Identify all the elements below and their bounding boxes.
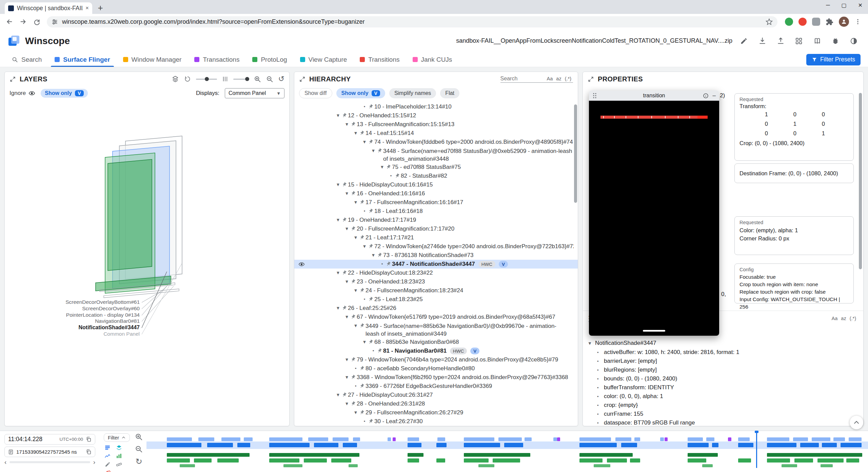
attachment-icon[interactable]: [105, 470, 111, 472]
pin-button[interactable]: [359, 131, 364, 137]
timeline-filter-toggle[interactable]: Filter: [104, 433, 130, 442]
property-row[interactable]: •bounds: (0, 0) - (1080, 2400): [583, 374, 863, 383]
expand-arrow-icon[interactable]: ▼: [370, 251, 377, 260]
human-time-box[interactable]: 11:04:14.228 UTC+00:00: [4, 434, 95, 445]
expand-arrow-icon[interactable]: ▼: [334, 180, 342, 189]
refresh-icon[interactable]: [31, 16, 43, 28]
tab-surface-flinger[interactable]: Surface Flinger: [48, 52, 116, 67]
show-only-v-button[interactable]: Show onlyV: [336, 88, 385, 98]
hierarchy-node[interactable]: ▼20 - FullscreenMagnification:17:17#20: [294, 224, 578, 233]
pin-button[interactable]: [351, 122, 356, 129]
timeline-cursor[interactable]: [756, 431, 757, 468]
zoom-in-icon[interactable]: [254, 76, 261, 83]
close-icon[interactable]: ✕: [858, 2, 863, 8]
hierarchy-node[interactable]: ▼12 - OneHanded:15:15#12: [294, 111, 578, 120]
tab-window-manager[interactable]: Window Manager: [117, 52, 188, 67]
extensions-puzzle-icon[interactable]: [826, 18, 833, 26]
hierarchy-node[interactable]: •3447 - NotificationShade#3447HWCV: [294, 260, 578, 269]
cross-tool-sync-icon[interactable]: [792, 34, 806, 48]
property-row[interactable]: •bufferTransform: IDENTITY: [583, 383, 863, 392]
new-tab-button[interactable]: +: [95, 2, 106, 13]
hierarchy-node[interactable]: ▼17 - FullscreenMagnification:16:16#17: [294, 198, 578, 207]
regex-icon[interactable]: (.*): [848, 316, 858, 321]
hierarchy-node[interactable]: ▼74 - WindowToken{fdddbe6 type=2000 andr…: [294, 138, 578, 146]
hierarchy-node[interactable]: ▼27 - HideDisplayCutout:26:31#27: [294, 391, 578, 399]
pin-button[interactable]: [377, 148, 382, 155]
expand-arrow-icon[interactable]: ▼: [352, 233, 359, 242]
back-icon[interactable]: [3, 16, 16, 28]
pin-button[interactable]: [368, 104, 373, 111]
hierarchy-node[interactable]: ▼3368 - WindowToken{f6b2f60 type=2024 an…: [294, 373, 578, 382]
pin-button[interactable]: [342, 270, 347, 277]
match-word-icon[interactable]: az: [839, 316, 848, 321]
zoom-out-icon[interactable]: [135, 445, 143, 453]
expand-arrow-icon[interactable]: ▼: [343, 120, 351, 129]
screenshot-window-titlebar[interactable]: transition –: [589, 91, 719, 101]
expand-arrow-icon[interactable]: ▼: [588, 341, 595, 346]
hierarchy-node[interactable]: ▼3448 - Surface(name=ed70f88 StatusBar)/…: [294, 146, 578, 163]
layer-label[interactable]: ScreenDecorOverlayBottom#61: [5, 299, 140, 305]
pin-button[interactable]: [342, 392, 347, 399]
nanosecond-time-box[interactable]: 1715339054227572545 ns: [4, 447, 95, 457]
show-diff-button[interactable]: Show diff: [299, 88, 332, 98]
tab-transactions[interactable]: Transactions: [188, 52, 246, 67]
hierarchy-node[interactable]: •81 - NavigationBar0#81HWCV: [294, 347, 578, 355]
property-row[interactable]: •barrierLayer: [empty]: [583, 357, 863, 366]
expand-arrow-icon[interactable]: ▼: [343, 373, 351, 382]
pin-button[interactable]: [351, 191, 356, 198]
maximize-icon[interactable]: ▢: [841, 2, 846, 8]
site-settings-icon[interactable]: [52, 19, 58, 25]
expand-arrow-icon[interactable]: ▼: [343, 313, 351, 321]
address-bar[interactable]: winscope.teams.x20web.corp.google.com/pr…: [47, 16, 777, 27]
hierarchy-node[interactable]: ▼29 - FullscreenMagnification:26:27#29: [294, 408, 578, 417]
pin-button[interactable]: [342, 217, 347, 224]
extension-red-icon[interactable]: [798, 18, 807, 26]
match-case-icon[interactable]: Aa: [830, 316, 840, 321]
properties-scrollbar[interactable]: [859, 93, 862, 269]
copy-icon[interactable]: [86, 449, 92, 455]
hierarchy-node[interactable]: ▼21 - Leaf:17:17#21: [294, 233, 578, 242]
profile-avatar[interactable]: [839, 17, 849, 27]
hierarchy-node[interactable]: ▼73 - 8736138 NotificationShade#73: [294, 251, 578, 260]
layer-label[interactable]: NavigationBar0#81: [5, 318, 140, 324]
hierarchy-node[interactable]: ▼15 - HideDisplayCutout:16:16#15: [294, 180, 578, 189]
hierarchy-node[interactable]: ▼26 - Leaf:25:25#26: [294, 304, 578, 313]
tab-search[interactable]: Search: [5, 52, 48, 67]
visibility-eye-icon[interactable]: [298, 261, 305, 268]
dark-mode-icon[interactable]: [847, 34, 861, 48]
hierarchy-node[interactable]: •82 - StatusBar#82: [294, 172, 578, 180]
pin-button[interactable]: [351, 375, 356, 381]
hierarchy-node[interactable]: ▼28 - OneHanded:26:31#28: [294, 399, 578, 408]
visibility-eye[interactable]: [298, 261, 305, 269]
rotation-slider-thumb[interactable]: [205, 77, 209, 81]
expand-panel-icon[interactable]: [9, 76, 16, 82]
pin-button[interactable]: [368, 419, 373, 426]
reset-zoom-icon[interactable]: ↺: [278, 75, 284, 83]
pin-button[interactable]: [359, 410, 364, 417]
expand-arrow-icon[interactable]: ▼: [352, 129, 359, 138]
ignore-button[interactable]: Ignore: [9, 90, 35, 97]
match-case-icon[interactable]: Aa: [545, 76, 555, 81]
pin-button[interactable]: [342, 306, 347, 312]
download-icon[interactable]: [755, 34, 769, 48]
show-only-toggle[interactable]: Show onlyV: [41, 89, 87, 98]
expand-arrow-icon[interactable]: ▼: [361, 338, 368, 347]
property-row[interactable]: •color: (0, 0, 0), alpha: 1: [583, 392, 863, 401]
expand-arrow-icon[interactable]: ▼: [343, 277, 351, 286]
zoom-in-icon[interactable]: [135, 433, 143, 441]
bookmark-star-icon[interactable]: [766, 18, 773, 25]
layer-label[interactable]: NotificationShade#3447: [5, 324, 140, 331]
tab-jank-cujs[interactable]: Jank CUJs: [406, 52, 459, 67]
regex-icon[interactable]: (.*): [563, 76, 573, 81]
pin-button[interactable]: [386, 261, 391, 268]
pin-button[interactable]: [395, 173, 400, 180]
pin-button[interactable]: [368, 244, 373, 251]
pin-button[interactable]: [368, 209, 373, 215]
hierarchy-node[interactable]: ▼79 - WindowToken{7046b4a type=2024 andr…: [294, 355, 578, 364]
expand-arrow-icon[interactable]: ▼: [352, 408, 359, 417]
protolog-trace-icon[interactable]: [104, 453, 111, 459]
simplify-names-button[interactable]: Simplify names: [389, 88, 436, 98]
rotation-slider[interactable]: [196, 79, 217, 80]
hierarchy-node[interactable]: •18 - Leaf:16:16#18: [294, 207, 578, 216]
property-row[interactable]: •blurRegions: [empty]: [583, 366, 863, 374]
